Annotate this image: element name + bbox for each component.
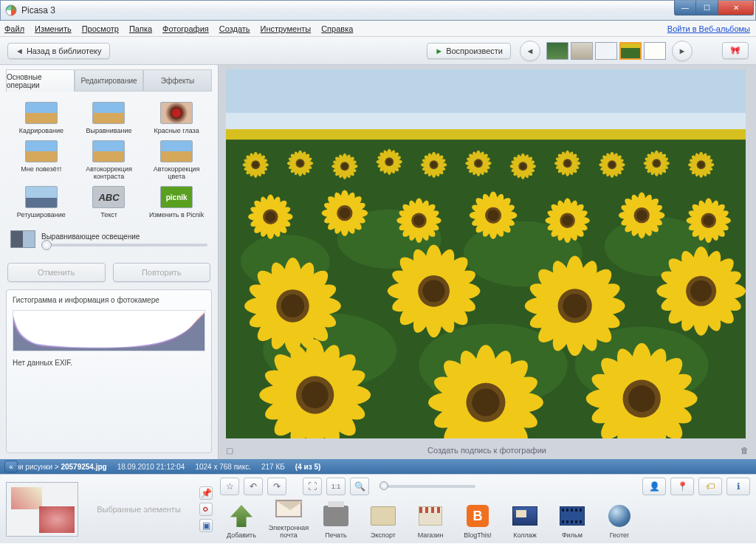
tab-effects[interactable]: Эффекты: [143, 69, 212, 92]
fill-light-label: Выравнивающее освещение: [41, 233, 207, 241]
tags-button[interactable]: 🏷: [698, 478, 722, 495]
menu-tools[interactable]: Инструменты: [261, 24, 312, 33]
trash-icon[interactable]: 🗑: [740, 446, 749, 455]
photo-sunflowers: [226, 69, 746, 438]
arrow-right-icon: [678, 47, 687, 55]
slider-knob[interactable]: [41, 240, 52, 250]
blogger-icon: B: [467, 505, 489, 527]
hold-button[interactable]: 📌: [199, 486, 213, 500]
menu-file[interactable]: Файл: [4, 24, 24, 33]
globe-icon: [608, 505, 630, 527]
add-to-album-button[interactable]: ▣: [199, 519, 213, 532]
filmstrip-thumb-selected[interactable]: [619, 42, 642, 60]
menu-folder[interactable]: Папка: [129, 24, 152, 33]
next-photo-button[interactable]: [672, 41, 693, 61]
caption-input[interactable]: Создать подпись к фотографии: [427, 446, 546, 455]
slider-knob[interactable]: [379, 481, 388, 490]
redo-button[interactable]: Повторить: [113, 263, 211, 282]
caption-bar: ▢ Создать подпись к фотографии 🗑: [219, 441, 756, 459]
back-label: Назад в библиотеку: [27, 47, 102, 55]
zoom-slider[interactable]: [379, 485, 475, 488]
rotate-right-button[interactable]: ↷: [267, 478, 286, 495]
action-geotag[interactable]: Геотег: [598, 503, 641, 539]
tool-text[interactable]: ABCТекст: [77, 186, 142, 218]
action-blog[interactable]: BBlogThis!: [456, 503, 499, 539]
tools-grid: Кадрирование Выравнивание Красные глаза …: [6, 92, 212, 224]
action-shop[interactable]: Магазин: [409, 503, 452, 539]
tool-lucky[interactable]: Мне повезёт!: [9, 140, 74, 180]
action-collage[interactable]: Коллаж: [504, 503, 546, 539]
histogram-title: Гистограмма и информация о фотокамере: [13, 296, 205, 304]
crop-icon: [25, 102, 58, 124]
action-upload[interactable]: Добавить: [220, 503, 263, 539]
action-export[interactable]: Экспорт: [362, 503, 405, 539]
edit-panel: Основные операции Редактирование Эффекты…: [0, 65, 219, 459]
exif-status: Нет данных EXIF.: [13, 359, 205, 367]
info-button[interactable]: ℹ: [726, 478, 750, 495]
menu-edit[interactable]: Изменить: [35, 24, 72, 33]
photo-canvas[interactable]: [226, 69, 749, 441]
minimize-button[interactable]: —: [674, 1, 696, 16]
fit-button[interactable]: ⛶: [303, 478, 322, 495]
collapse-tray-button[interactable]: «: [4, 461, 18, 472]
fill-light-icon: [10, 230, 35, 248]
window-title: Picasa 3: [21, 5, 55, 16]
viewer-area: ▢ Создать подпись к фотографии 🗑: [219, 65, 756, 459]
web-albums-login-link[interactable]: Войти в Веб-альбомы: [667, 24, 750, 33]
undo-button[interactable]: Отменить: [7, 263, 106, 282]
tool-retouch[interactable]: Ретуширование: [9, 186, 74, 218]
places-button[interactable]: 📍: [670, 478, 694, 495]
close-button[interactable]: ✕: [718, 1, 754, 16]
filmstrip: [546, 42, 666, 60]
action-movie[interactable]: Фильм: [551, 503, 594, 539]
tool-picnik[interactable]: picnikИзменить в Picnik: [144, 186, 209, 218]
tray-thumbnail[interactable]: [6, 482, 78, 537]
star-button[interactable]: ☆: [220, 478, 239, 495]
actual-size-button[interactable]: 1:1: [326, 478, 346, 495]
tab-editing[interactable]: Редактирование: [75, 69, 143, 92]
play-slideshow-button[interactable]: Воспроизвести: [427, 43, 511, 59]
fill-light-slider[interactable]: [41, 244, 207, 247]
svg-rect-3: [226, 113, 746, 129]
menubar: Файл Изменить Просмотр Папка Фотография …: [0, 21, 756, 37]
histogram-chart: [13, 310, 205, 351]
app-icon: [5, 4, 17, 16]
arrow-left-icon: [526, 47, 535, 55]
svg-rect-4: [226, 129, 746, 140]
filmstrip-thumb[interactable]: [644, 42, 666, 60]
play-label: Воспроизвести: [446, 47, 503, 55]
tool-straighten[interactable]: Выравнивание: [77, 102, 142, 134]
menu-view[interactable]: Просмотр: [82, 24, 119, 33]
filmstrip-thumb[interactable]: [571, 42, 593, 60]
filmstrip-thumb[interactable]: [595, 42, 617, 60]
tool-auto-contrast[interactable]: Автокоррекция контраста: [77, 140, 142, 180]
menu-help[interactable]: Справка: [321, 24, 353, 33]
action-print[interactable]: Печать: [315, 503, 357, 539]
collage-icon: [512, 506, 537, 526]
loupe-button[interactable]: 🔍: [350, 478, 369, 495]
action-email[interactable]: Электронная почта: [267, 495, 310, 539]
text-icon: ABC: [92, 186, 125, 208]
maximize-button[interactable]: ☐: [696, 1, 718, 16]
gift-icon: 🎀: [730, 46, 740, 55]
lucky-icon: [25, 140, 58, 162]
fill-light-row: Выравнивающее освещение: [6, 224, 212, 254]
prev-photo-button[interactable]: [520, 41, 540, 61]
gift-button[interactable]: 🎀: [722, 42, 749, 59]
menu-create[interactable]: Создать: [219, 24, 250, 33]
back-to-library-button[interactable]: Назад в библиотеку: [7, 43, 110, 59]
tag-icon[interactable]: ▢: [226, 446, 233, 455]
tab-basic-fixes[interactable]: Основные операции: [6, 69, 75, 92]
people-button[interactable]: 👤: [642, 478, 666, 495]
filmstrip-thumb[interactable]: [546, 42, 568, 60]
clear-button[interactable]: ⭘: [199, 503, 213, 516]
rotate-left-button[interactable]: ↶: [244, 478, 263, 495]
tool-crop[interactable]: Кадрирование: [9, 102, 74, 134]
upload-icon: [230, 505, 252, 527]
straighten-icon: [92, 102, 125, 124]
toolbar: Назад в библиотеку Воспроизвести 🎀: [0, 37, 756, 65]
tool-auto-color[interactable]: Автокоррекция цвета: [144, 140, 209, 180]
tool-redeye[interactable]: Красные глаза: [144, 102, 209, 134]
edit-tabs: Основные операции Редактирование Эффекты: [6, 69, 212, 92]
menu-photo[interactable]: Фотография: [162, 24, 209, 33]
